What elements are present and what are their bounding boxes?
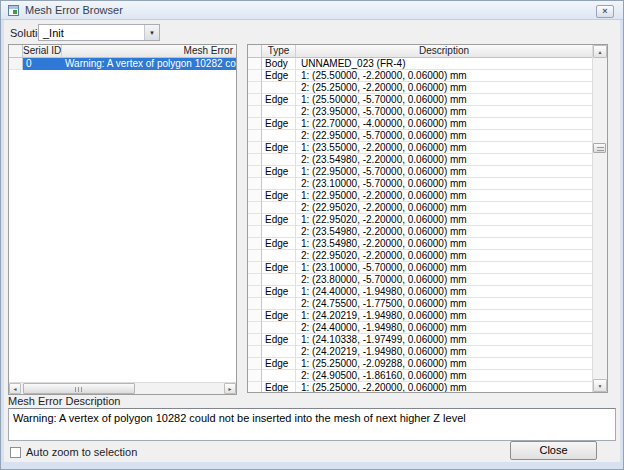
detail-desc-cell[interactable]: 1: (25.50000, -5.70000, 0.06000) mm	[296, 94, 592, 106]
row-selector-cell[interactable]	[248, 334, 262, 346]
row-selector-cell[interactable]	[248, 238, 262, 250]
row-selector-cell[interactable]	[248, 358, 262, 370]
row-selector-cell[interactable]	[248, 322, 262, 334]
row-selector-cell[interactable]	[248, 262, 262, 274]
scroll-down-button[interactable]: ▼	[593, 379, 607, 392]
table-row[interactable]: Edge 1: (24.10338, -1.97499, 0.06000) mm	[248, 334, 592, 346]
mesh-error-row-selected[interactable]: 0 Warning: A vertex of polygon 10282 cou…	[9, 58, 236, 70]
combo-dropdown-button[interactable]: ▼	[144, 25, 159, 40]
detail-type-cell[interactable]: Edge	[262, 286, 296, 298]
close-button[interactable]: Close	[510, 441, 597, 460]
row-selector-cell[interactable]	[248, 142, 262, 154]
detail-desc-cell[interactable]: UNNAMED_023 (FR-4)	[296, 58, 592, 70]
detail-type-cell[interactable]	[262, 82, 296, 94]
table-row[interactable]: 2: (24.20219, -1.94980, 0.06000) mm	[248, 346, 592, 358]
row-selector-cell[interactable]	[248, 94, 262, 106]
table-row[interactable]: 2: (23.54980, -2.20000, 0.06000) mm	[248, 226, 592, 238]
table-row[interactable]: Edge 1: (22.95000, -2.20000, 0.06000) mm	[248, 190, 592, 202]
detail-desc-cell[interactable]: 2: (23.95000, -5.70000, 0.06000) mm	[296, 106, 592, 118]
detail-desc-cell[interactable]: 1: (25.25000, -2.09288, 0.06000) mm	[296, 358, 592, 370]
detail-type-cell[interactable]	[262, 202, 296, 214]
table-row[interactable]: Edge 1: (24.20219, -1.94980, 0.06000) mm	[248, 310, 592, 322]
detail-desc-cell[interactable]: 1: (22.95000, -2.20000, 0.06000) mm	[296, 190, 592, 202]
row-selector-cell[interactable]	[248, 226, 262, 238]
detail-type-cell[interactable]: Edge	[262, 142, 296, 154]
detail-desc-cell[interactable]: 2: (22.95020, -2.20000, 0.06000) mm	[296, 250, 592, 262]
detail-desc-cell[interactable]: 1: (25.25000, -2.20000, 0.06000) mm	[296, 382, 592, 392]
table-row[interactable]: Edge 1: (23.55000, -2.20000, 0.06000) mm	[248, 142, 592, 154]
row-selector-cell[interactable]	[248, 202, 262, 214]
serial-id-column-header[interactable]: Serial ID	[23, 45, 62, 58]
row-selector-cell[interactable]	[248, 190, 262, 202]
detail-desc-cell[interactable]: 1: (22.95020, -2.20000, 0.06000) mm	[296, 214, 592, 226]
row-selector-cell[interactable]	[248, 346, 262, 358]
table-row[interactable]: Edge 1: (25.25000, -2.09288, 0.06000) mm	[248, 358, 592, 370]
mesh-error-column-header[interactable]: Mesh Error	[62, 45, 236, 58]
row-selector-cell[interactable]	[248, 130, 262, 142]
row-selector-cell[interactable]	[248, 382, 262, 392]
detail-type-cell[interactable]	[262, 154, 296, 166]
window-close-icon[interactable]: ×	[596, 5, 614, 18]
detail-type-cell[interactable]	[262, 250, 296, 262]
table-row[interactable]: Edge 1: (22.70000, -4.00000, 0.06000) mm	[248, 118, 592, 130]
vertical-scrollbar-track[interactable]	[593, 58, 607, 379]
table-row[interactable]: 2: (25.25000, -2.20000, 0.06000) mm	[248, 82, 592, 94]
row-selector-cell[interactable]	[248, 166, 262, 178]
detail-desc-cell[interactable]: 2: (24.20219, -1.94980, 0.06000) mm	[296, 346, 592, 358]
detail-type-cell[interactable]	[262, 370, 296, 382]
detail-desc-cell[interactable]: 1: (24.20219, -1.94980, 0.06000) mm	[296, 310, 592, 322]
table-row[interactable]: 2: (22.95020, -2.20000, 0.06000) mm	[248, 202, 592, 214]
table-row[interactable]: 2: (23.54980, -2.20000, 0.06000) mm	[248, 154, 592, 166]
detail-type-cell[interactable]	[262, 346, 296, 358]
detail-desc-cell[interactable]: 1: (23.10000, -5.70000, 0.06000) mm	[296, 262, 592, 274]
horizontal-scrollbar-thumb[interactable]	[23, 383, 135, 394]
title-bar[interactable]: Mesh Error Browser	[1, 1, 623, 20]
table-row[interactable]: Edge 1: (25.50000, -2.20000, 0.06000) mm	[248, 70, 592, 82]
detail-desc-cell[interactable]: 2: (24.90500, -1.86160, 0.06000) mm	[296, 370, 592, 382]
description-column-header[interactable]: Description	[296, 45, 592, 58]
table-row[interactable]: 2: (24.40000, -1.94980, 0.06000) mm	[248, 322, 592, 334]
table-row[interactable]: 2: (23.80000, -5.70000, 0.06000) mm	[248, 274, 592, 286]
table-row[interactable]: 2: (22.95000, -5.70000, 0.06000) mm	[248, 130, 592, 142]
type-column-header[interactable]: Type	[262, 45, 296, 58]
table-row[interactable]: Edge 1: (25.50000, -5.70000, 0.06000) mm	[248, 94, 592, 106]
detail-type-cell[interactable]	[262, 178, 296, 190]
serial-id-cell[interactable]: 0	[23, 58, 62, 70]
row-selector-cell[interactable]	[248, 286, 262, 298]
row-selector-cell[interactable]	[248, 82, 262, 94]
horizontal-scrollbar-track[interactable]	[21, 383, 224, 394]
row-selector-cell[interactable]	[248, 370, 262, 382]
row-selector-cell[interactable]	[248, 274, 262, 286]
table-row[interactable]: Edge 1: (22.95020, -2.20000, 0.06000) mm	[248, 214, 592, 226]
row-selector-cell[interactable]	[248, 70, 262, 82]
table-row[interactable]: Edge 1: (24.40000, -1.94980, 0.06000) mm	[248, 286, 592, 298]
detail-type-cell[interactable]: Body	[262, 58, 296, 70]
detail-type-cell[interactable]: Edge	[262, 190, 296, 202]
detail-type-cell[interactable]	[262, 106, 296, 118]
detail-desc-cell[interactable]: 2: (23.80000, -5.70000, 0.06000) mm	[296, 274, 592, 286]
detail-desc-cell[interactable]: 2: (25.25000, -2.20000, 0.06000) mm	[296, 82, 592, 94]
table-row[interactable]: Edge 1: (25.25000, -2.20000, 0.06000) mm	[248, 382, 592, 392]
row-selector-cell[interactable]	[248, 250, 262, 262]
row-selector-cell[interactable]	[248, 298, 262, 310]
row-selector-cell[interactable]	[248, 178, 262, 190]
detail-type-cell[interactable]: Edge	[262, 358, 296, 370]
detail-desc-cell[interactable]: 2: (22.95020, -2.20000, 0.06000) mm	[296, 202, 592, 214]
detail-desc-cell[interactable]: 2: (22.95000, -5.70000, 0.06000) mm	[296, 130, 592, 142]
detail-type-cell[interactable]	[262, 298, 296, 310]
detail-type-cell[interactable]: Edge	[262, 94, 296, 106]
horizontal-scrollbar[interactable]: ◄ ►	[9, 382, 236, 394]
row-selector-cell[interactable]	[248, 154, 262, 166]
detail-desc-cell[interactable]: 2: (23.54980, -2.20000, 0.06000) mm	[296, 226, 592, 238]
vertical-scrollbar-thumb[interactable]	[593, 143, 606, 153]
solution-combobox[interactable]: _Init ▼	[38, 24, 160, 41]
table-row[interactable]: Edge 1: (23.54980, -2.20000, 0.06000) mm	[248, 238, 592, 250]
detail-desc-cell[interactable]: 2: (23.10000, -5.70000, 0.06000) mm	[296, 178, 592, 190]
detail-desc-cell[interactable]: 1: (23.54980, -2.20000, 0.06000) mm	[296, 238, 592, 250]
auto-zoom-checkbox[interactable]	[10, 447, 21, 458]
table-row[interactable]: Edge 1: (22.95000, -5.70000, 0.06000) mm	[248, 166, 592, 178]
table-row[interactable]: 2: (24.90500, -1.86160, 0.06000) mm	[248, 370, 592, 382]
detail-type-cell[interactable]	[262, 130, 296, 142]
table-row[interactable]: 2: (24.75500, -1.77500, 0.06000) mm	[248, 298, 592, 310]
detail-desc-cell[interactable]: 1: (25.50000, -2.20000, 0.06000) mm	[296, 70, 592, 82]
